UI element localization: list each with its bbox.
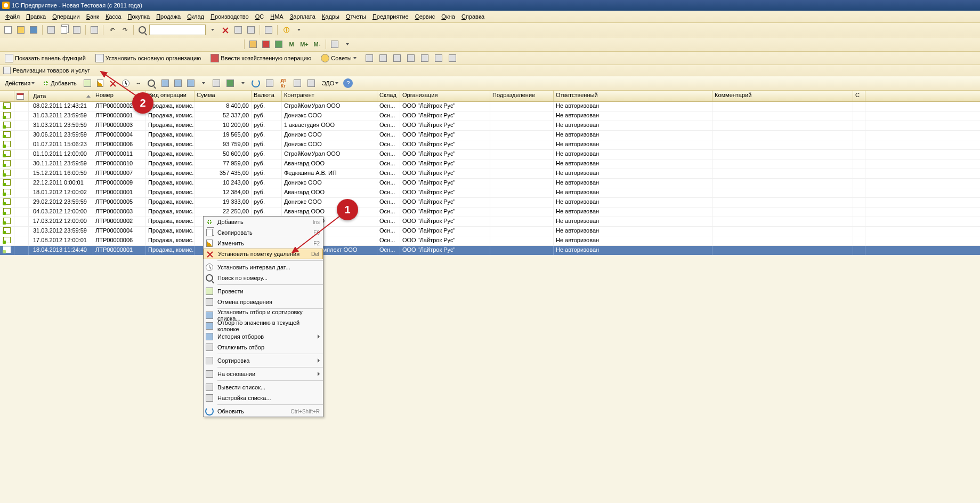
cm-copy[interactable]: СкопироватьF9 bbox=[204, 227, 323, 238]
cm-mark-delete[interactable]: Установить пометку удаленияDel bbox=[204, 249, 323, 256]
tb-findnum-icon[interactable] bbox=[145, 77, 157, 89]
table-row[interactable]: 01.10.2011 12:00:00ЛТР00000011Продажа, к… bbox=[0, 150, 980, 159]
edo-menu-button[interactable]: ЭДО bbox=[319, 79, 342, 87]
menu-касса[interactable]: Касса bbox=[102, 12, 125, 21]
col-organization[interactable]: Организация bbox=[400, 91, 490, 101]
calc-mminus-button[interactable]: М- bbox=[311, 38, 323, 50]
table-row[interactable]: 04.03.2012 12:00:00ЛТР00000003Продажа, к… bbox=[0, 207, 980, 217]
main-menu-bar[interactable]: ФайлПравкаОперацииБанкКассаПокупкаПродаж… bbox=[0, 11, 980, 23]
enter-business-op-button[interactable]: Ввести хозяйственную операцию bbox=[208, 53, 314, 63]
tb-print-icon[interactable] bbox=[264, 77, 276, 89]
copy-icon[interactable] bbox=[58, 24, 70, 36]
tb-filter3-dd-icon[interactable] bbox=[198, 77, 209, 89]
redo-icon[interactable]: ↷ bbox=[119, 24, 131, 36]
report-icon-1[interactable] bbox=[363, 52, 375, 64]
table-row[interactable]: 18.04.2013 11:24:40ЛТР00000001Продажа, к… bbox=[0, 246, 980, 256]
search-prev-icon[interactable] bbox=[232, 24, 244, 36]
table-row[interactable]: 01.07.2011 15:06:23ЛТР00000006Продажа, к… bbox=[0, 140, 980, 150]
menu-кадры[interactable]: Кадры bbox=[319, 12, 343, 21]
table-row[interactable]: 18.01.2012 12:00:02ЛТР00000001Продажа, к… bbox=[0, 188, 980, 198]
tb-filter-off-icon[interactable] bbox=[210, 77, 222, 89]
menu-покупка[interactable]: Покупка bbox=[125, 12, 153, 21]
table-row[interactable]: 29.02.2012 23:59:59ЛТР00000005Продажа, к… bbox=[0, 198, 980, 207]
report-icon-3[interactable] bbox=[391, 52, 403, 64]
tb-post-dd-icon[interactable] bbox=[237, 77, 249, 89]
tb-dt-icon[interactable]: ДтКт bbox=[278, 77, 289, 89]
tb-interval-icon[interactable] bbox=[120, 77, 132, 89]
col-counterparty[interactable]: Контрагент bbox=[282, 91, 377, 101]
tb-refresh-icon[interactable] bbox=[250, 77, 262, 89]
paste-icon[interactable] bbox=[71, 24, 83, 36]
tb-filter3-icon[interactable] bbox=[185, 77, 197, 89]
tb-help-icon[interactable]: ? bbox=[343, 78, 353, 88]
col-comment[interactable]: Комментарий bbox=[712, 91, 853, 101]
report-icon-5[interactable] bbox=[419, 52, 431, 64]
actions-menu-button[interactable]: Действия bbox=[2, 79, 37, 87]
tb-list-icon[interactable] bbox=[291, 77, 303, 89]
menu-зарплата[interactable]: Зарплата bbox=[287, 12, 319, 21]
table-row[interactable]: 31.03.2012 23:59:59ЛТР00000004Продажа, к… bbox=[0, 227, 980, 236]
calc-icon-1[interactable] bbox=[247, 38, 259, 50]
menu-операции[interactable]: Операции bbox=[49, 12, 83, 21]
tb-edit-icon[interactable] bbox=[94, 77, 106, 89]
add-button[interactable]: Добавить bbox=[39, 78, 79, 88]
table-row[interactable]: 22.12.2011 0:00:01ЛТР00000009Продажа, ко… bbox=[0, 179, 980, 188]
print-icon[interactable] bbox=[88, 24, 100, 36]
menu-ос[interactable]: ОС bbox=[252, 12, 268, 21]
clear-search-icon[interactable] bbox=[220, 24, 231, 36]
tb-mark-delete-icon[interactable] bbox=[107, 77, 119, 89]
calc-extra-icon[interactable] bbox=[329, 38, 341, 50]
undo-icon[interactable]: ↶ bbox=[106, 24, 118, 36]
find-icon[interactable] bbox=[136, 24, 148, 36]
menu-продажа[interactable]: Продажа bbox=[153, 12, 184, 21]
calc-m-button[interactable]: М bbox=[286, 38, 297, 50]
tb-new-icon[interactable] bbox=[82, 77, 93, 89]
tb-move-icon[interactable]: ↔ bbox=[133, 77, 144, 89]
col-cal[interactable] bbox=[14, 91, 29, 101]
show-functions-panel-button[interactable]: Показать панель функций bbox=[2, 53, 88, 63]
col-responsible[interactable]: Ответственный bbox=[554, 91, 712, 101]
set-main-org-button[interactable]: Установить основную организацию bbox=[93, 53, 204, 63]
table-row[interactable]: 31.03.2011 23:59:59ЛТР00000003Продажа, к… bbox=[0, 121, 980, 131]
menu-сервис[interactable]: Сервис bbox=[412, 12, 439, 21]
tb-filter1-icon[interactable] bbox=[159, 77, 171, 89]
save-icon[interactable] bbox=[28, 24, 39, 36]
menu-справка[interactable]: Справка bbox=[458, 12, 488, 21]
table-row[interactable]: 30.11.2011 23:59:59ЛТР00000010Продажа, к… bbox=[0, 159, 980, 169]
menu-предприятие[interactable]: Предприятие bbox=[369, 12, 412, 21]
help-dropdown-icon[interactable] bbox=[293, 24, 305, 36]
cm-edit[interactable]: ИзменитьF2 bbox=[204, 238, 323, 249]
cut-icon[interactable] bbox=[45, 24, 57, 36]
report-icon-7[interactable] bbox=[447, 52, 458, 64]
help-icon[interactable]: ⓘ bbox=[280, 24, 292, 36]
table-row[interactable]: 31.03.2011 23:59:59ЛТР00000001Продажа, к… bbox=[0, 111, 980, 121]
tb-post-icon[interactable] bbox=[224, 77, 236, 89]
col-currency[interactable]: Валюта bbox=[252, 91, 282, 101]
tb-structure-icon[interactable] bbox=[305, 77, 317, 89]
col-optype[interactable]: Вид операции bbox=[146, 91, 195, 101]
tips-button[interactable]: Советы bbox=[318, 53, 359, 63]
col-status[interactable] bbox=[0, 91, 14, 101]
table-row[interactable]: 30.06.2011 23:59:59ЛТР00000004Продажа, к… bbox=[0, 131, 980, 140]
table-row[interactable]: 15.12.2011 16:00:59ЛТР00000007Продажа, к… bbox=[0, 169, 980, 179]
table-row[interactable]: 17.08.2012 12:00:01ЛТР00000006Продажа, к… bbox=[0, 236, 980, 246]
col-s[interactable]: С bbox=[853, 91, 865, 101]
tb-filter2-icon[interactable] bbox=[172, 77, 184, 89]
cm-add[interactable]: ДобавитьIns bbox=[204, 217, 323, 227]
search-next-icon[interactable] bbox=[245, 24, 257, 36]
window-icon[interactable] bbox=[263, 24, 274, 36]
menu-нма[interactable]: НМА bbox=[267, 12, 286, 21]
report-icon-6[interactable] bbox=[433, 52, 444, 64]
col-warehouse[interactable]: Склад bbox=[377, 91, 400, 101]
calc-mplus-button[interactable]: М+ bbox=[298, 38, 310, 50]
table-row[interactable]: 17.03.2012 12:00:00ЛТР00000002Продажа, к… bbox=[0, 217, 980, 227]
menu-склад[interactable]: Склад bbox=[184, 12, 207, 21]
col-sum[interactable]: Сумма bbox=[195, 91, 252, 101]
menu-производство[interactable]: Производство bbox=[207, 12, 252, 21]
report-icon-4[interactable] bbox=[405, 52, 417, 64]
menu-файл[interactable]: Файл bbox=[2, 12, 23, 21]
search-dropdown-icon[interactable] bbox=[207, 24, 218, 36]
calc-icon-3[interactable] bbox=[273, 38, 285, 50]
menu-банк[interactable]: Банк bbox=[83, 12, 102, 21]
open-icon[interactable] bbox=[15, 24, 27, 36]
